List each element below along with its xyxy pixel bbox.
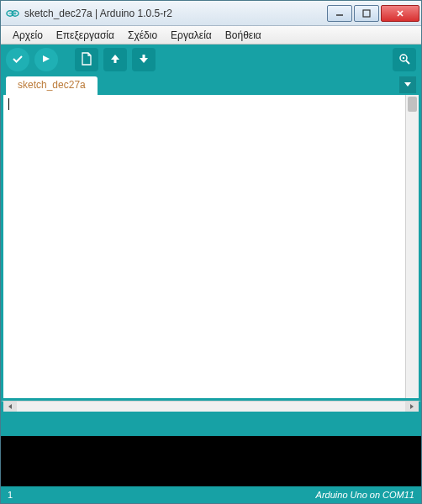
arrow-right-icon: [40, 52, 53, 68]
horizontal-scrollbar[interactable]: [1, 401, 421, 414]
menu-tools[interactable]: Εργαλεία: [164, 28, 219, 43]
tabbar: sketch_dec27a: [1, 75, 421, 95]
window-title: sketch_dec27a | Arduino 1.0.5-r2: [24, 8, 325, 19]
arduino-logo-icon: [6, 7, 19, 20]
menu-help[interactable]: Βοήθεια: [219, 28, 268, 43]
upload-button[interactable]: [34, 48, 58, 71]
chevron-down-icon: [404, 79, 412, 91]
svg-marker-9: [43, 55, 50, 62]
scroll-left-arrow[interactable]: [3, 402, 17, 412]
svg-rect-13: [143, 55, 145, 59]
editor-area: [1, 95, 421, 401]
file-icon: [80, 52, 93, 68]
tab-active[interactable]: sketch_dec27a: [6, 76, 98, 95]
arduino-ide-window: sketch_dec27a | Arduino 1.0.5-r2 Αρχείο …: [0, 0, 422, 504]
vertical-scrollbar[interactable]: [405, 95, 419, 398]
menu-file[interactable]: Αρχείο: [6, 28, 50, 43]
serial-monitor-icon: [398, 52, 411, 68]
close-button[interactable]: [381, 5, 419, 22]
open-sketch-button[interactable]: [103, 48, 127, 71]
titlebar[interactable]: sketch_dec27a | Arduino 1.0.5-r2: [1, 1, 421, 26]
scroll-right-arrow[interactable]: [405, 402, 419, 412]
text-cursor: [8, 98, 9, 110]
svg-marker-18: [8, 404, 12, 409]
arrow-up-icon: [108, 52, 122, 68]
code-editor[interactable]: [3, 95, 405, 398]
toolbar: [1, 45, 421, 75]
svg-marker-17: [404, 82, 411, 87]
minimize-button[interactable]: [327, 5, 352, 22]
menu-sketch[interactable]: Σχέδιο: [121, 28, 164, 43]
board-port-status: Arduino Uno on COM11: [316, 490, 414, 500]
menu-edit[interactable]: Επεξεργασία: [50, 28, 121, 43]
statusbar: 1 Arduino Uno on COM11: [1, 486, 421, 503]
svg-marker-19: [410, 404, 414, 409]
tab-menu-button[interactable]: [399, 76, 416, 93]
maximize-button[interactable]: [354, 5, 379, 22]
new-sketch-button[interactable]: [75, 48, 98, 71]
scrollbar-thumb[interactable]: [408, 97, 417, 112]
console-output[interactable]: [1, 436, 421, 486]
arrow-down-icon: [137, 52, 150, 68]
svg-line-15: [406, 60, 409, 64]
svg-rect-6: [363, 10, 370, 17]
menubar: Αρχείο Επεξεργασία Σχέδιο Εργαλεία Βοήθε…: [1, 26, 421, 45]
line-number: 1: [8, 490, 316, 500]
svg-rect-11: [114, 59, 117, 63]
message-area: [1, 414, 421, 436]
window-controls: [325, 5, 419, 22]
check-icon: [11, 52, 24, 68]
serial-monitor-button[interactable]: [393, 48, 416, 71]
verify-button[interactable]: [6, 48, 29, 71]
save-sketch-button[interactable]: [132, 48, 156, 71]
svg-point-16: [403, 56, 404, 58]
